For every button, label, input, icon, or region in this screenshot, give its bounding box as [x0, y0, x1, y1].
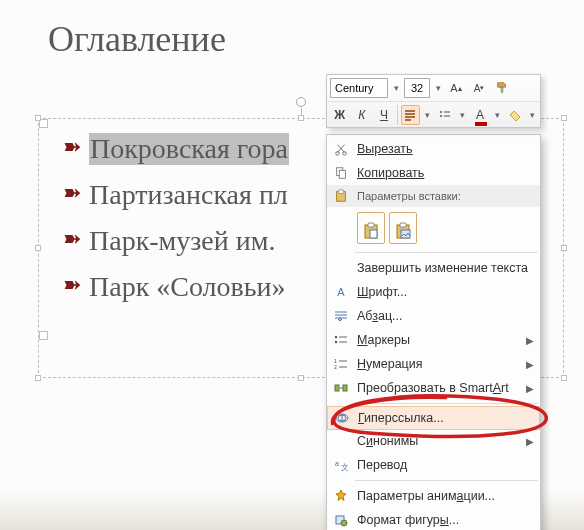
rotate-handle[interactable]	[296, 97, 306, 107]
paste-option-source[interactable]	[357, 212, 385, 244]
copy-icon	[329, 166, 353, 180]
menu-item-numbering[interactable]: 12 Нумерация ▶	[327, 352, 540, 376]
separator	[355, 480, 538, 481]
list-item-text[interactable]: Партизанская пл	[89, 179, 288, 211]
paste-options-row	[327, 207, 540, 249]
mini-toolbar: Century ▾ 32 ▾ A▴ A▾ Ж К Ч ▾ ▾ A ▾ ▾	[326, 74, 541, 128]
animation-icon	[329, 489, 353, 503]
svg-point-15	[335, 341, 337, 343]
numbering-icon: 12	[329, 358, 353, 370]
separator	[355, 403, 538, 404]
list-item-text[interactable]: Покровская гора	[89, 133, 289, 165]
menu-item-font[interactable]: A Шрифт...	[327, 280, 540, 304]
format-painter-icon[interactable]	[492, 78, 512, 98]
underline-button[interactable]: Ч	[374, 105, 393, 125]
menu-item-hyperlink[interactable]: Гиперссылка...	[327, 406, 540, 430]
svg-rect-10	[370, 230, 377, 238]
shape-fill-button[interactable]	[505, 105, 524, 125]
dropdown-arrow-icon[interactable]: ▾	[433, 83, 443, 93]
svg-text:2: 2	[334, 364, 337, 370]
menu-item-finish-edit[interactable]: Завершить изменение текста	[327, 256, 540, 280]
menu-item-bullets[interactable]: Маркеры ▶	[327, 328, 540, 352]
svg-rect-18	[335, 385, 339, 391]
svg-rect-12	[400, 223, 406, 227]
resize-handle[interactable]	[561, 115, 567, 121]
paragraph-icon	[329, 309, 353, 323]
cut-icon	[329, 142, 353, 156]
context-menu: Вырезать Копировать Параметры вставки: З…	[326, 134, 541, 530]
menu-item-synonyms[interactable]: Синонимы ▶	[327, 429, 540, 453]
font-family-selector[interactable]: Century	[330, 78, 388, 98]
resize-handle[interactable]	[35, 375, 41, 381]
dropdown-arrow-icon[interactable]: ▾	[493, 110, 503, 120]
bullet-icon: ➽	[63, 180, 81, 206]
resize-handle[interactable]	[35, 245, 41, 251]
svg-point-0	[440, 111, 442, 113]
svg-rect-19	[343, 385, 347, 391]
increase-font-icon[interactable]: A▴	[446, 78, 466, 98]
dropdown-arrow-icon[interactable]: ▾	[527, 110, 537, 120]
submenu-arrow-icon: ▶	[526, 359, 534, 370]
format-shape-icon	[329, 513, 353, 527]
menu-item-smartart[interactable]: Преобразовать в SmartArt ▶	[327, 376, 540, 400]
dropdown-arrow-icon[interactable]: ▾	[423, 110, 433, 120]
svg-point-1	[440, 115, 442, 117]
bullet-icon: ➽	[63, 226, 81, 252]
bullets-icon[interactable]	[436, 105, 455, 125]
svg-point-14	[335, 336, 337, 338]
svg-rect-9	[368, 223, 374, 227]
font-size-selector[interactable]: 32	[404, 78, 430, 98]
resize-handle[interactable]	[35, 115, 41, 121]
paste-icon	[329, 189, 353, 203]
paste-option-picture[interactable]	[389, 212, 417, 244]
menu-item-translate[interactable]: a⽂ Перевод	[327, 453, 540, 477]
align-button[interactable]	[401, 105, 420, 125]
svg-text:a: a	[335, 460, 339, 467]
menu-item-paragraph[interactable]: Абзац...	[327, 304, 540, 328]
dropdown-arrow-icon[interactable]: ▾	[391, 83, 401, 93]
translate-icon: a⽂	[329, 458, 353, 472]
list-item-text[interactable]: Парк-музей им.	[89, 225, 275, 257]
bullets-icon	[329, 334, 353, 346]
font-icon: A	[329, 286, 353, 298]
menu-item-copy[interactable]: Копировать	[327, 161, 540, 185]
dropdown-arrow-icon[interactable]: ▾	[458, 110, 468, 120]
svg-rect-7	[338, 190, 343, 194]
page-title: Оглавление	[48, 18, 226, 60]
menu-item-animation[interactable]: Параметры анимации...	[327, 484, 540, 508]
submenu-arrow-icon: ▶	[526, 383, 534, 394]
list-item-text[interactable]: Парк «Соловьи»	[89, 271, 286, 303]
resize-handle[interactable]	[561, 375, 567, 381]
resize-handle[interactable]	[561, 245, 567, 251]
font-color-button[interactable]: A	[470, 105, 489, 125]
submenu-arrow-icon: ▶	[526, 436, 534, 447]
resize-handle[interactable]	[298, 375, 304, 381]
svg-text:⽂: ⽂	[341, 463, 348, 472]
svg-point-24	[341, 520, 347, 526]
bullet-icon: ➽	[63, 134, 81, 160]
hyperlink-icon	[330, 411, 354, 425]
submenu-arrow-icon: ▶	[526, 335, 534, 346]
smartart-icon	[329, 382, 353, 394]
bold-button[interactable]: Ж	[330, 105, 349, 125]
decrease-font-icon[interactable]: A▾	[469, 78, 489, 98]
menu-item-format-shape[interactable]: Формат фигуры...	[327, 508, 540, 530]
separator	[397, 105, 398, 125]
separator	[355, 252, 538, 253]
bullet-icon: ➽	[63, 272, 81, 298]
menu-paste-options-header: Параметры вставки:	[327, 185, 540, 207]
menu-item-cut[interactable]: Вырезать	[327, 137, 540, 161]
italic-button[interactable]: К	[352, 105, 371, 125]
svg-rect-5	[339, 170, 345, 178]
